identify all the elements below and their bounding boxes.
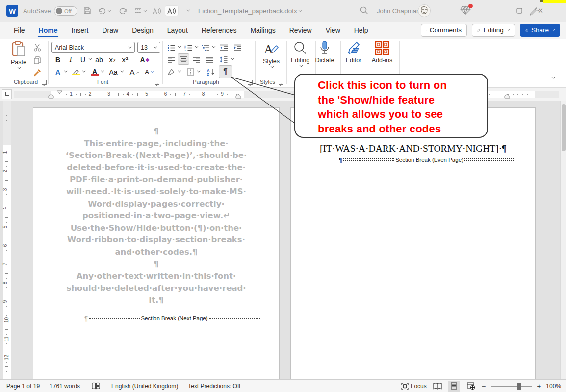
numbering-button[interactable]: 123 [182, 42, 194, 53]
bullets-chevron-icon[interactable] [178, 45, 181, 48]
user-name[interactable]: John Chapman [377, 0, 420, 22]
scrollbar-thumb[interactable] [562, 104, 566, 151]
text-predictions-indicator[interactable]: Text Predictions: Off [188, 383, 240, 390]
speak-icon[interactable] [165, 5, 179, 16]
decrease-indent-button[interactable] [218, 42, 230, 53]
qat-customize-chevron-icon[interactable] [187, 8, 190, 12]
font-color-chevron-icon[interactable] [101, 69, 104, 73]
tab-layout[interactable]: Layout [160, 22, 195, 39]
shading-button[interactable] [165, 66, 177, 78]
maximize-button[interactable] [510, 0, 529, 22]
first-line-indent-marker[interactable] [57, 90, 63, 94]
zoom-slider[interactable] [491, 386, 532, 387]
word-count[interactable]: 1761 words [50, 383, 80, 390]
underline-button[interactable]: U [77, 54, 89, 65]
zoom-in-button[interactable]: + [537, 382, 541, 390]
zoom-out-button[interactable]: − [482, 382, 486, 390]
multilevel-chevron-icon[interactable] [212, 45, 216, 48]
read-aloud-icon[interactable] [151, 5, 163, 16]
line-spacing-chevron-icon[interactable] [231, 57, 234, 60]
paste-button[interactable]: Paste [11, 41, 26, 69]
undo-icon[interactable] [96, 5, 113, 16]
subscript-button[interactable]: x₂ [106, 54, 118, 65]
web-layout-button[interactable] [465, 381, 477, 392]
page-2[interactable]: [IT·WAS·A·DARK·AND·STORMY·NIGHT]·¶ ¶ Sec… [290, 107, 536, 379]
numbering-chevron-icon[interactable] [195, 45, 199, 48]
tab-insert[interactable]: Insert [64, 22, 95, 39]
font-dialog-launcher[interactable] [155, 80, 159, 85]
cut-icon[interactable] [31, 42, 43, 53]
zoom-level[interactable]: 100% [546, 383, 561, 390]
format-painter-icon[interactable] [31, 67, 43, 78]
autosave-toggle[interactable]: Off [54, 6, 77, 16]
bullets-button[interactable] [165, 42, 177, 53]
right-indent-marker[interactable] [235, 94, 241, 99]
strikethrough-button[interactable]: ab [93, 54, 105, 65]
right-page-indent-marker[interactable] [504, 94, 510, 99]
editing-group-button[interactable]: Editing [287, 41, 313, 67]
clipboard-dialog-launcher[interactable] [42, 80, 47, 85]
vertical-ruler[interactable]: 123456789101112 [3, 101, 11, 379]
editing-mode-button[interactable]: Editing [472, 24, 515, 37]
tab-mailings[interactable]: Mailings [243, 22, 282, 39]
avatar[interactable] [418, 4, 431, 17]
dictate-button[interactable]: Dictate [312, 41, 337, 64]
align-center-button[interactable] [178, 53, 189, 65]
text-effects-button[interactable]: A [52, 66, 64, 78]
text-effects-chevron-icon[interactable] [64, 69, 68, 73]
line-spacing-button[interactable] [218, 54, 230, 65]
bold-button[interactable]: B [52, 54, 64, 65]
comments-button[interactable]: Comments [421, 24, 467, 37]
italic-button[interactable]: I [65, 54, 77, 65]
tab-file[interactable]: File [7, 22, 32, 39]
editor-button[interactable]: Editor [342, 41, 365, 64]
highlight-chevron-icon[interactable] [82, 69, 86, 73]
change-case-button[interactable]: Aa [107, 66, 119, 78]
shrink-font-button[interactable]: A [143, 66, 155, 78]
read-mode-button[interactable] [432, 381, 443, 392]
superscript-button[interactable]: x² [119, 54, 131, 65]
shading-chevron-icon[interactable] [178, 69, 181, 73]
page-indicator[interactable]: Page 1 of 19 [6, 383, 40, 390]
share-button[interactable]: Share [520, 24, 560, 37]
copy-icon[interactable] [31, 54, 43, 66]
proofing-errors-icon[interactable] [90, 381, 102, 392]
paragraph-dialog-launcher[interactable] [248, 80, 253, 85]
ribbon-collapse-chevron-icon[interactable] [552, 76, 555, 79]
borders-chevron-icon[interactable] [197, 69, 201, 73]
sort-button[interactable]: AZ [206, 66, 217, 78]
tab-view[interactable]: View [319, 22, 347, 39]
zoom-slider-thumb[interactable] [517, 383, 521, 390]
vertical-scrollbar[interactable] [560, 101, 566, 379]
styles-button[interactable]: A Styles [258, 41, 284, 68]
addins-button[interactable]: Add-ins [369, 41, 395, 64]
focus-button[interactable]: Focus [401, 381, 427, 392]
highlight-button[interactable] [70, 66, 82, 78]
premium-diamond-icon[interactable] [460, 5, 471, 15]
undo-chevron-icon[interactable] [108, 8, 111, 12]
document-title[interactable]: Fiction_Template_paperback.dotx [198, 0, 302, 22]
hanging-indent-marker[interactable] [48, 94, 54, 99]
change-case-chevron-icon[interactable] [121, 69, 124, 73]
table-rows-icon[interactable] [131, 5, 149, 16]
clear-formatting-button[interactable]: A◆ [139, 54, 151, 65]
language-indicator[interactable]: English (United Kingdom) [111, 383, 178, 390]
justify-button[interactable] [203, 54, 215, 65]
grow-font-button[interactable]: A [129, 66, 140, 78]
minimize-button[interactable]: — [489, 0, 508, 22]
font-size-combo[interactable]: 13 [137, 42, 160, 53]
rows-chevron-icon[interactable] [144, 8, 147, 12]
search-icon[interactable] [360, 6, 368, 15]
save-icon[interactable] [81, 5, 93, 16]
borders-button[interactable] [184, 66, 196, 78]
align-left-button[interactable] [165, 54, 177, 65]
tab-help[interactable]: Help [347, 22, 375, 39]
print-layout-button[interactable] [448, 381, 460, 392]
close-button[interactable]: ✕ [531, 0, 550, 22]
tab-design[interactable]: Design [125, 22, 160, 39]
tab-selector[interactable] [2, 89, 12, 99]
tab-references[interactable]: References [195, 22, 244, 39]
font-name-combo[interactable]: Arial Black [51, 42, 135, 53]
font-color-button[interactable]: A [89, 66, 101, 78]
multilevel-list-button[interactable] [200, 42, 211, 53]
